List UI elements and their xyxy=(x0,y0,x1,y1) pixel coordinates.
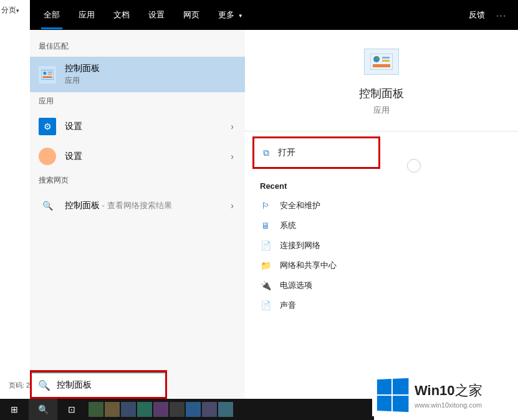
chevron-right-icon: › xyxy=(231,151,234,161)
result-control-panel[interactable]: 控制面板 应用 xyxy=(30,57,245,92)
recent-item-icon: 📄 xyxy=(260,241,271,251)
open-action[interactable]: ⧉ 打开 xyxy=(252,136,380,169)
chevron-right-icon: › xyxy=(231,122,234,131)
recent-item[interactable]: 🏳安全和维护 xyxy=(245,196,518,216)
tab-web[interactable]: 网页 xyxy=(181,1,202,29)
taskbar-app-icon[interactable] xyxy=(89,402,103,417)
windows-logo-icon xyxy=(377,378,409,412)
section-apps: 应用 xyxy=(30,92,245,112)
taskbar-app-icon[interactable] xyxy=(153,402,168,417)
chevron-down-icon: ▼ xyxy=(238,13,243,19)
taskbar-app-icon[interactable] xyxy=(202,402,217,417)
divider xyxy=(245,131,518,131)
search-tabs-bar: 全部 应用 文档 设置 网页 更多 ▼ 反馈 ··· xyxy=(30,0,518,30)
result-title: 控制面板 xyxy=(65,63,100,74)
taskbar-app-icon[interactable] xyxy=(105,402,120,417)
svg-rect-7 xyxy=(382,57,390,59)
results-column: 最佳匹配 控制面板 应用 应用 ⚙ 设置 › 设置 › xyxy=(30,30,245,399)
feedback-link[interactable]: 反馈 xyxy=(469,9,485,21)
search-panel: 全部 应用 文档 设置 网页 更多 ▼ 反馈 ··· 最佳匹配 控制面板 应用 … xyxy=(30,0,518,399)
preview-title: 控制面板 xyxy=(245,86,518,101)
watermark-logo: Win10之家 www.win10xitong.com xyxy=(372,374,514,416)
search-icon: 🔍 xyxy=(39,197,56,214)
taskbar-app-icon[interactable] xyxy=(218,402,233,417)
tab-doc[interactable]: 文档 xyxy=(111,1,132,29)
preview-app-icon xyxy=(364,49,399,75)
result-settings-1[interactable]: ⚙ 设置 › xyxy=(30,112,245,141)
result-subtitle: 应用 xyxy=(65,75,100,86)
recent-item-text: 连接到网络 xyxy=(280,240,320,251)
taskbar-apps xyxy=(89,402,233,417)
more-options-icon[interactable]: ··· xyxy=(496,11,507,20)
svg-rect-4 xyxy=(43,76,52,78)
svg-point-1 xyxy=(43,72,46,75)
recent-item-text: 安全和维护 xyxy=(280,200,320,211)
tab-app[interactable]: 应用 xyxy=(76,1,97,29)
recent-item[interactable]: 🖥系统 xyxy=(245,216,518,236)
svg-rect-9 xyxy=(373,64,390,67)
recent-item-icon: 🔌 xyxy=(260,280,271,290)
tab-more[interactable]: 更多 ▼ xyxy=(216,1,246,29)
recent-item[interactable]: 📄声音 xyxy=(245,295,518,315)
chevron-right-icon: › xyxy=(231,201,234,211)
recent-item[interactable]: 📄连接到网络 xyxy=(245,236,518,255)
svg-rect-2 xyxy=(48,72,52,73)
search-icon: 🔍 xyxy=(38,379,50,391)
taskbar-app-icon[interactable] xyxy=(137,402,152,417)
preview-subtitle: 应用 xyxy=(245,105,518,116)
taskbar-search-box[interactable]: 🔍 控制面板 xyxy=(30,370,167,399)
svg-rect-3 xyxy=(48,74,52,75)
svg-rect-8 xyxy=(382,60,390,62)
open-icon: ⧉ xyxy=(263,148,269,158)
recent-item-icon: 📁 xyxy=(260,260,271,270)
doc-page-label: 分页▾ xyxy=(1,5,19,16)
start-button[interactable]: ⊞ xyxy=(0,399,29,420)
section-best-match: 最佳匹配 xyxy=(30,37,245,57)
recent-header: Recent xyxy=(245,169,518,196)
circle-icon xyxy=(39,148,56,165)
taskbar-search-button[interactable]: 🔍 xyxy=(29,399,57,420)
recent-item-text: 网络和共享中心 xyxy=(280,260,337,271)
taskbar-app-icon[interactable] xyxy=(170,402,185,417)
result-settings-2[interactable]: 设置 › xyxy=(30,141,245,171)
recent-item-icon: 🖥 xyxy=(260,221,271,231)
recent-item-text: 系统 xyxy=(280,220,296,231)
section-search-web: 搜索网页 xyxy=(30,171,245,191)
gear-icon: ⚙ xyxy=(39,118,56,135)
recent-item-icon: 🏳 xyxy=(260,201,271,211)
task-view-button[interactable]: ⊡ xyxy=(57,399,86,420)
recent-item[interactable]: 📁网络和共享中心 xyxy=(245,255,518,275)
recent-item-icon: 📄 xyxy=(260,300,271,310)
recent-item-text: 声音 xyxy=(280,300,296,311)
control-panel-icon xyxy=(39,66,56,84)
tab-all[interactable]: 全部 xyxy=(41,1,62,29)
preview-column: 控制面板 应用 ⧉ 打开 Recent 🏳安全和维护🖥系统📄连接到网络📁网络和共… xyxy=(245,30,518,399)
expand-toggle-icon[interactable] xyxy=(407,159,421,173)
page-number-label: 页码: 2 xyxy=(9,381,30,390)
recent-item-text: 电源选项 xyxy=(280,280,312,291)
recent-item[interactable]: 🔌电源选项 xyxy=(245,275,518,295)
taskbar: ⊞ 🔍 ⊡ xyxy=(0,399,374,420)
tab-settings[interactable]: 设置 xyxy=(146,1,167,29)
result-web-search[interactable]: 🔍 控制面板 - 查看网络搜索结果 › xyxy=(30,191,245,221)
search-input-text: 控制面板 xyxy=(57,379,92,391)
taskbar-app-icon[interactable] xyxy=(121,402,136,417)
taskbar-app-icon[interactable] xyxy=(186,402,201,417)
